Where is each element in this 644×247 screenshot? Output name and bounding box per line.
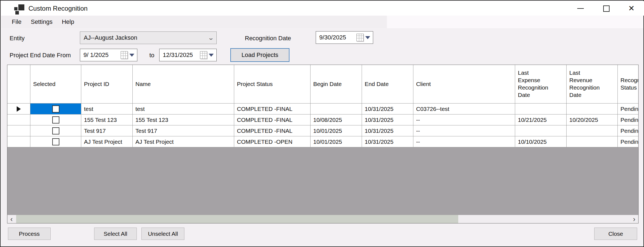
cell-client[interactable]: -- [413,136,515,147]
close-icon: ✕ [628,5,634,12]
close-dialog-button[interactable]: Close [594,228,637,240]
horizontal-scrollbar[interactable]: ‹ › [7,215,638,223]
column-header-name[interactable]: Name [133,65,234,104]
row-checkbox[interactable] [52,105,59,113]
column-header-label: Recognition Status [620,77,639,91]
column-header-label: Begin Date [313,81,342,88]
column-header-row-selector[interactable] [7,65,30,104]
row-header-cell[interactable] [7,136,30,147]
cell-last_expense[interactable]: 10/10/2025 [515,136,567,147]
menu-settings[interactable]: Settings [26,17,57,27]
column-header-end-date[interactable]: End Date [362,65,413,104]
cell-client[interactable]: -- [413,114,515,125]
selected-checkbox-cell[interactable] [30,104,81,114]
scroll-left-icon[interactable]: ‹ [7,215,16,223]
cell-begin[interactable]: 10/01/2025 [311,136,362,147]
date-to-value: 12/31/2025 [159,51,200,59]
load-projects-button[interactable]: Load Projects [230,48,289,62]
cell-name[interactable]: test [133,104,234,114]
column-header-project-id[interactable]: Project ID [81,65,133,104]
cell-last_revenue[interactable] [567,104,618,114]
row-checkbox[interactable] [52,116,59,124]
column-header-selected[interactable]: Selected [30,65,81,104]
select-all-button[interactable]: Select All [94,228,137,240]
dropdown-arrow-icon [209,54,214,57]
cell-last_expense[interactable]: 10/21/2025 [515,114,567,125]
cell-name[interactable]: Test 917 [133,125,234,136]
cell-recog_status[interactable]: Pending [618,136,639,147]
column-header-label: Last Revenue Recognition Date [569,69,604,99]
cell-begin[interactable] [311,104,362,114]
cell-begin[interactable]: 10/08/2025 [311,114,362,125]
cell-recog_status[interactable]: Pending [618,125,639,136]
unselect-all-button[interactable]: Unselect All [141,228,184,240]
menu-bar-spacer [387,16,643,28]
column-header-label: Client [416,81,431,88]
cell-name[interactable]: AJ Test Project [133,136,234,147]
cell-recog_status[interactable]: Pending [618,104,639,114]
chevron-down-icon: ⌄ [203,35,219,41]
column-header-label: Last Expense Recognition Date [518,69,552,99]
row-checkbox[interactable] [52,127,59,134]
cell-project_id[interactable]: AJ Test Project [81,136,133,147]
calendar-icon [356,34,364,41]
column-header-last-expense-recognition-date[interactable]: Last Expense Recognition Date [515,65,567,104]
cell-last_expense[interactable] [515,125,567,136]
cell-last_revenue[interactable] [567,136,618,147]
column-header-client[interactable]: Client [413,65,515,104]
cell-client[interactable]: C03726--test [413,104,515,114]
column-header-label: Name [135,81,151,88]
cell-client[interactable]: -- [413,125,515,136]
row-checkbox[interactable] [52,138,59,145]
close-button[interactable]: ✕ [623,2,640,15]
column-header-begin-date[interactable]: Begin Date [311,65,362,104]
date-from-picker[interactable]: 9/ 1/2025 [80,49,137,61]
column-header-last-revenue-recognition-date[interactable]: Last Revenue Recognition Date [567,65,618,104]
table-row: testtestCOMPLETED -FINAL10/31/2025C03726… [7,104,638,114]
scroll-right-icon[interactable]: › [630,215,638,223]
recognition-date-label: Recognition Date [245,35,291,42]
cell-status[interactable]: COMPLETED -FINAL [234,104,311,114]
cell-project_id[interactable]: 155 Test 123 [81,114,133,125]
menu-help[interactable]: Help [57,17,79,27]
cell-status[interactable]: COMPLETED -FINAL [234,125,311,136]
cell-end[interactable]: 10/31/2025 [362,136,413,147]
cell-name[interactable]: 155 Test 123 [133,114,234,125]
row-header-cell[interactable] [7,125,30,136]
date-to-picker[interactable]: 12/31/2025 [159,49,217,61]
menu-file[interactable]: File [7,17,26,27]
row-header-cell[interactable] [7,114,30,125]
cell-begin[interactable]: 10/01/2025 [311,125,362,136]
cell-last_revenue[interactable] [567,125,618,136]
recognition-date-picker[interactable]: 9/30/2025 [316,31,373,44]
cell-status[interactable]: COMPLETED -OPEN [234,136,311,147]
entity-label: Entity [10,35,25,42]
selected-checkbox-cell[interactable] [30,114,81,125]
cell-end[interactable]: 10/31/2025 [362,125,413,136]
scrollbar-thumb[interactable] [16,215,458,223]
column-header-recognition-status[interactable]: Recognition Status [618,65,639,104]
selected-checkbox-cell[interactable] [30,136,81,147]
projects-grid: SelectedProject IDNameProject StatusBegi… [7,65,639,223]
cell-last_expense[interactable] [515,104,567,114]
process-button[interactable]: Process [8,228,51,240]
maximize-button[interactable] [597,2,615,15]
cell-last_revenue[interactable]: 10/20/2025 [567,114,618,125]
cell-end[interactable]: 10/31/2025 [362,104,413,114]
title-bar: Custom Recognition ✕ [1,1,644,16]
column-header-project-status[interactable]: Project Status [234,65,311,104]
app-icon [14,4,25,14]
table-row: 155 Test 123155 Test 123COMPLETED -FINAL… [7,114,638,125]
row-header-cell[interactable] [7,104,30,114]
cell-project_id[interactable]: test [81,104,133,114]
cell-status[interactable]: COMPLETED -FINAL [234,114,311,125]
minimize-button[interactable] [572,2,589,15]
column-header-label: End Date [365,81,389,88]
entity-combobox[interactable]: AJ--August Jackson ⌄ [80,31,217,44]
date-from-value: 9/ 1/2025 [80,51,121,59]
cell-project_id[interactable]: Test 917 [81,125,133,136]
window-title: Custom Recognition [28,5,88,12]
cell-recog_status[interactable]: Pending [618,114,639,125]
cell-end[interactable]: 10/31/2025 [362,114,413,125]
selected-checkbox-cell[interactable] [30,125,81,136]
